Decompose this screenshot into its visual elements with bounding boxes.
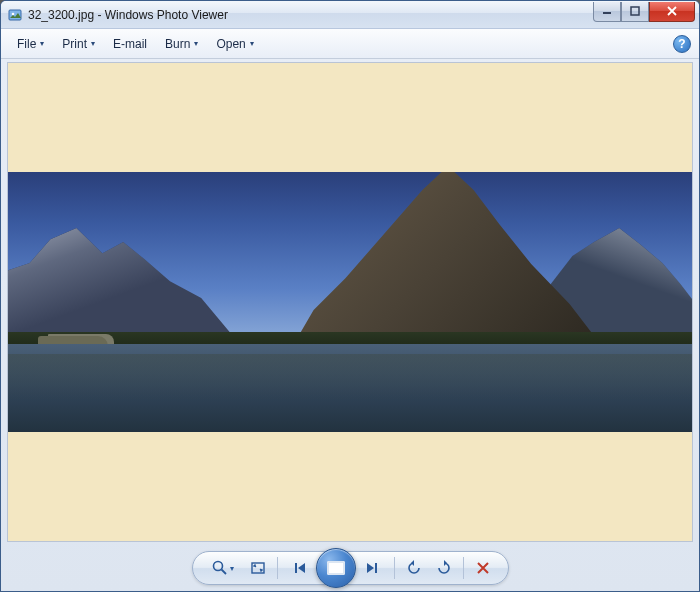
- rotate-cw-button[interactable]: [431, 555, 457, 581]
- slideshow-button[interactable]: [316, 548, 356, 588]
- menu-burn-label: Burn: [165, 37, 190, 51]
- delete-button[interactable]: [470, 555, 496, 581]
- chevron-down-icon: ▾: [194, 39, 198, 48]
- svg-point-1: [12, 12, 15, 15]
- fit-window-button[interactable]: [245, 555, 271, 581]
- slideshow-icon: [327, 561, 345, 575]
- next-icon: [364, 560, 380, 576]
- chevron-down-icon: ▾: [40, 39, 44, 48]
- menu-burn[interactable]: Burn ▾: [157, 34, 206, 54]
- help-button[interactable]: ?: [673, 35, 691, 53]
- window-controls: [593, 2, 695, 22]
- menubar: File ▾ Print ▾ E-mail Burn ▾ Open ▾ ?: [1, 29, 699, 59]
- rotate-cw-icon: [436, 560, 452, 576]
- menu-print-label: Print: [62, 37, 87, 51]
- magnifier-icon: [212, 560, 228, 576]
- zoom-button[interactable]: ▾: [205, 555, 241, 581]
- rotate-ccw-icon: [406, 560, 422, 576]
- maximize-icon: [630, 6, 640, 16]
- image-viewport[interactable]: [7, 62, 693, 542]
- svg-rect-0: [9, 10, 21, 20]
- svg-rect-2: [603, 12, 611, 14]
- close-icon: [666, 5, 678, 17]
- chevron-down-icon: ▾: [250, 39, 254, 48]
- help-icon: ?: [678, 37, 685, 51]
- toolbar-divider: [463, 557, 464, 579]
- chevron-down-icon: ▾: [91, 39, 95, 48]
- svg-rect-7: [295, 563, 297, 573]
- previous-button[interactable]: [286, 554, 314, 582]
- window-title: 32_3200.jpg - Windows Photo Viewer: [28, 8, 228, 22]
- rotate-ccw-button[interactable]: [401, 555, 427, 581]
- toolbar-divider: [277, 557, 278, 579]
- menu-open-label: Open: [216, 37, 245, 51]
- menu-file-label: File: [17, 37, 36, 51]
- minimize-icon: [602, 6, 612, 16]
- toolbar-divider: [394, 557, 395, 579]
- app-icon: [7, 7, 23, 23]
- svg-point-4: [213, 562, 222, 571]
- svg-line-5: [221, 570, 226, 575]
- maximize-button[interactable]: [621, 2, 649, 22]
- close-button[interactable]: [649, 2, 695, 22]
- next-button[interactable]: [358, 554, 386, 582]
- menu-print[interactable]: Print ▾: [54, 34, 103, 54]
- fit-icon: [250, 560, 266, 576]
- menu-email[interactable]: E-mail: [105, 34, 155, 54]
- previous-icon: [292, 560, 308, 576]
- displayed-image: [8, 172, 692, 432]
- chevron-down-icon: ▾: [230, 564, 234, 573]
- app-window: 32_3200.jpg - Windows Photo Viewer File …: [0, 0, 700, 592]
- menu-file[interactable]: File ▾: [9, 34, 52, 54]
- bottom-toolbar: ▾: [1, 545, 699, 591]
- svg-rect-3: [631, 7, 639, 15]
- menu-open[interactable]: Open ▾: [208, 34, 261, 54]
- minimize-button[interactable]: [593, 2, 621, 22]
- svg-rect-8: [375, 563, 377, 573]
- titlebar[interactable]: 32_3200.jpg - Windows Photo Viewer: [1, 1, 699, 29]
- toolbar-pill: ▾: [192, 551, 509, 585]
- svg-rect-6: [252, 563, 264, 573]
- nav-cluster: [286, 552, 386, 584]
- delete-icon: [476, 561, 490, 575]
- menu-email-label: E-mail: [113, 37, 147, 51]
